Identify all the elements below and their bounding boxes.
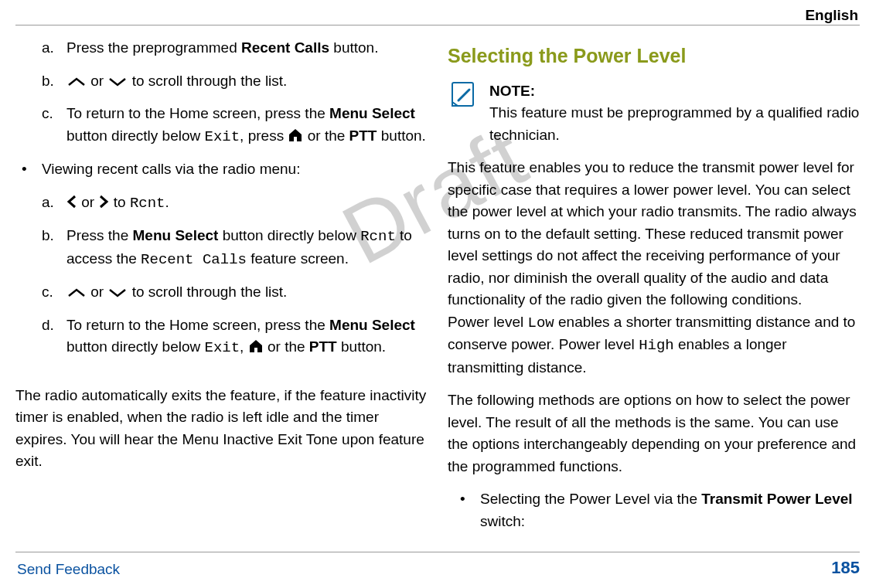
bold-text: Menu Select [329, 317, 415, 333]
first-lettered-list: a. Press the preprogrammed Recent Calls … [15, 37, 428, 148]
bullet-item: • Viewing recent calls via the radio men… [15, 158, 428, 374]
text: , [240, 338, 248, 355]
list-item: d. To return to the Home screen, press t… [42, 314, 428, 359]
text: or [81, 194, 94, 210]
item-content: or to Rcnt. [66, 192, 428, 215]
text: or [90, 284, 107, 300]
text: button directly below [66, 338, 205, 355]
text: To return to the Home screen, press the [66, 105, 329, 121]
mono-text: Rcnt [130, 195, 165, 212]
bullet-content: Selecting the Power Level via the Transm… [480, 488, 860, 532]
right-column: Selecting the Power Level NOTE: This fea… [448, 37, 860, 542]
closing-paragraph: The radio automatically exits the featur… [15, 385, 428, 473]
text: feature screen. [247, 250, 349, 267]
text: Press the preprogrammed [66, 39, 241, 56]
bold-text: Menu Select [133, 227, 219, 243]
text: to [114, 194, 130, 210]
send-feedback-link[interactable]: Send Feedback [17, 559, 120, 581]
text: switch: [480, 513, 525, 529]
list-item: b. Press the Menu Select button directly… [42, 225, 428, 270]
list-item: b. or to scroll through the list. [15, 70, 428, 93]
text: to scroll through the list. [132, 284, 288, 300]
home-icon [248, 339, 264, 353]
mono-text: High [639, 337, 674, 354]
text: button directly below [66, 127, 205, 144]
footer-divider [15, 552, 860, 552]
content-columns: a. Press the preprogrammed Recent Calls … [15, 37, 860, 542]
note-body: NOTE: This feature must be preprogrammed… [489, 80, 860, 147]
bold-text: Transmit Power Level [701, 491, 852, 507]
page-number: 185 [831, 555, 860, 580]
text: This feature enables you to reduce the t… [448, 159, 857, 308]
mono-text: Exit [205, 128, 240, 145]
text: button directly below [218, 227, 360, 243]
text: Press the [66, 227, 133, 243]
mono-text: Exit [205, 339, 240, 356]
left-column: a. Press the preprogrammed Recent Calls … [15, 37, 428, 542]
text: to scroll through the list. [132, 73, 288, 89]
item-content: Press the Menu Select button directly be… [66, 225, 428, 270]
item-content: To return to the Home screen, press the … [66, 103, 428, 148]
text: button. [377, 127, 425, 144]
text: or [90, 73, 107, 89]
note-box: NOTE: This feature must be preprogrammed… [448, 80, 860, 147]
mono-text: Rcnt [360, 228, 396, 245]
mono-text: Low [528, 314, 554, 331]
text: To return to the Home screen, press the [66, 317, 329, 333]
item-marker: c. [15, 103, 66, 148]
item-content: or to scroll through the list. [66, 70, 428, 93]
up-chevron-icon [66, 287, 87, 298]
item-marker: d. [42, 314, 66, 359]
page-footer: Send Feedback 185 [17, 555, 860, 580]
text: . [165, 194, 169, 210]
down-chevron-icon [107, 287, 128, 298]
left-arrow-icon [66, 195, 77, 209]
text: , press [240, 127, 288, 144]
item-marker: b. [15, 70, 66, 93]
svg-line-1 [458, 90, 469, 100]
text: button. [329, 39, 378, 56]
up-chevron-icon [66, 76, 87, 87]
bullet-marker: • [15, 158, 42, 374]
paragraph: The following methods are options on how… [448, 389, 860, 478]
text: button. [337, 338, 386, 355]
bold-text: PTT [349, 127, 377, 144]
item-content: or to scroll through the list. [66, 281, 428, 304]
bold-text: PTT [309, 338, 337, 355]
item-content: To return to the Home screen, press the … [66, 314, 428, 359]
language-label: English [805, 5, 858, 27]
text: Selecting the Power Level via the [480, 491, 701, 507]
right-bullet-item: • Selecting the Power Level via the Tran… [448, 488, 860, 532]
home-icon [288, 128, 303, 142]
item-marker: b. [42, 225, 66, 270]
bold-text: Recent Calls [241, 39, 329, 56]
item-content: Press the preprogrammed Recent Calls but… [66, 37, 428, 59]
item-marker: a. [42, 192, 66, 215]
item-marker: a. [15, 37, 66, 59]
note-label: NOTE: [489, 80, 860, 103]
bullet-marker: • [448, 488, 480, 532]
text: Viewing recent calls via the radio menu: [42, 161, 300, 177]
note-text: This feature must be preprogrammed by a … [489, 102, 860, 146]
paragraph: This feature enables you to reduce the t… [448, 157, 860, 379]
text: or the [268, 338, 309, 355]
text: Power level [448, 314, 528, 330]
list-item: c. To return to the Home screen, press t… [15, 103, 428, 148]
note-icon [448, 80, 479, 147]
list-item: a. or to Rcnt. [42, 192, 428, 215]
text: or the [308, 127, 349, 144]
down-chevron-icon [107, 76, 128, 87]
bullet-content: Viewing recent calls via the radio menu:… [42, 158, 428, 374]
second-lettered-list: a. or to Rcnt. b. Press the Menu Select … [42, 192, 428, 359]
item-marker: c. [42, 281, 66, 304]
section-heading: Selecting the Power Level [448, 42, 860, 71]
svg-rect-0 [452, 83, 473, 106]
mono-text: Recent Calls [141, 251, 247, 268]
header-divider [15, 25, 860, 25]
right-arrow-icon [98, 195, 109, 209]
bold-text: Menu Select [329, 105, 415, 121]
list-item: c. or to scroll through the list. [42, 281, 428, 304]
list-item: a. Press the preprogrammed Recent Calls … [15, 37, 428, 59]
